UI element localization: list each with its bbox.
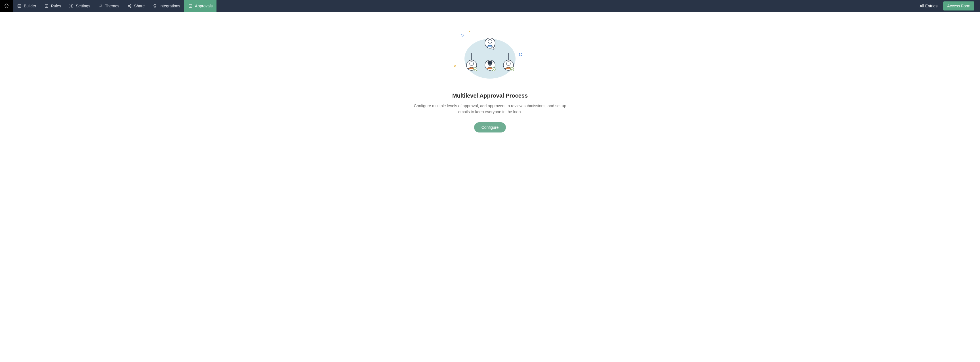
- tab-share[interactable]: Share: [123, 0, 149, 12]
- access-form-button[interactable]: Access Form: [943, 2, 974, 11]
- svg-point-23: [511, 68, 514, 71]
- tab-themes[interactable]: Themes: [94, 0, 123, 12]
- right-actions: All Entries Access Form: [920, 0, 980, 12]
- svg-point-9: [519, 53, 522, 56]
- svg-point-8: [461, 34, 463, 36]
- tab-label: Approvals: [195, 4, 213, 8]
- tab-rules[interactable]: Rules: [40, 0, 65, 12]
- approval-illustration: [450, 29, 530, 86]
- integrations-icon: [153, 4, 157, 8]
- svg-point-11: [454, 65, 456, 67]
- svg-point-13: [488, 40, 492, 43]
- tab-label: Share: [134, 4, 145, 8]
- top-nav-bar: Builder Rules Settings Themes Share: [0, 0, 980, 12]
- svg-point-10: [469, 31, 470, 32]
- tab-label: Integrations: [159, 4, 180, 8]
- main-content: Multilevel Approval Process Configure mu…: [0, 12, 980, 132]
- svg-point-17: [474, 68, 477, 71]
- share-icon: [127, 4, 132, 8]
- empty-state-description: Configure multiple levels of approval, a…: [410, 103, 570, 115]
- rules-icon: [44, 4, 49, 8]
- tab-approvals[interactable]: Approvals: [184, 0, 216, 12]
- svg-point-22: [506, 62, 511, 65]
- spacer: [216, 0, 920, 12]
- tab-settings[interactable]: Settings: [65, 0, 94, 12]
- builder-icon: [17, 4, 22, 8]
- tab-label: Settings: [76, 4, 90, 8]
- svg-rect-6: [189, 5, 192, 8]
- tab-integrations[interactable]: Integrations: [149, 0, 184, 12]
- tab-builder[interactable]: Builder: [13, 0, 40, 12]
- svg-point-20: [492, 68, 495, 71]
- themes-icon: [98, 4, 103, 8]
- gear-icon: [69, 4, 73, 8]
- tab-label: Themes: [105, 4, 119, 8]
- home-button[interactable]: [0, 0, 13, 12]
- svg-point-16: [469, 62, 474, 65]
- empty-state-title: Multilevel Approval Process: [452, 92, 528, 99]
- configure-button[interactable]: Configure: [474, 122, 506, 132]
- all-entries-link[interactable]: All Entries: [920, 4, 937, 8]
- svg-point-2: [71, 5, 72, 6]
- home-icon: [4, 3, 9, 9]
- approvals-icon: [188, 4, 192, 8]
- tab-label: Builder: [24, 4, 36, 8]
- nav-tabs: Builder Rules Settings Themes Share: [13, 0, 216, 12]
- tab-label: Rules: [51, 4, 61, 8]
